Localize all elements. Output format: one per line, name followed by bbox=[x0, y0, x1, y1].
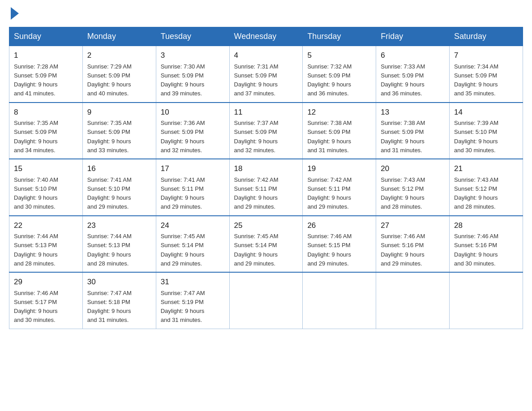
day-info: Sunrise: 7:34 AMSunset: 5:09 PMDaylight:… bbox=[454, 63, 498, 97]
calendar-cell: 5 Sunrise: 7:32 AMSunset: 5:09 PMDayligh… bbox=[303, 46, 376, 103]
day-info: Sunrise: 7:39 AMSunset: 5:10 PMDaylight:… bbox=[454, 120, 498, 154]
calendar-cell: 11 Sunrise: 7:37 AMSunset: 5:09 PMDaylig… bbox=[229, 103, 303, 159]
day-info: Sunrise: 7:47 AMSunset: 5:19 PMDaylight:… bbox=[161, 290, 205, 324]
calendar-cell bbox=[229, 272, 303, 329]
day-number: 16 bbox=[87, 163, 151, 175]
calendar-cell: 8 Sunrise: 7:35 AMSunset: 5:09 PMDayligh… bbox=[9, 103, 83, 159]
day-number: 4 bbox=[234, 50, 298, 61]
day-info: Sunrise: 7:43 AMSunset: 5:12 PMDaylight:… bbox=[454, 176, 498, 210]
column-header-sunday: Sunday bbox=[9, 27, 83, 46]
day-number: 3 bbox=[161, 50, 225, 61]
day-number: 28 bbox=[454, 220, 518, 231]
calendar-cell: 4 Sunrise: 7:31 AMSunset: 5:09 PMDayligh… bbox=[229, 46, 303, 103]
day-info: Sunrise: 7:46 AMSunset: 5:16 PMDaylight:… bbox=[454, 233, 498, 267]
day-info: Sunrise: 7:43 AMSunset: 5:12 PMDaylight:… bbox=[381, 176, 425, 210]
calendar-cell: 15 Sunrise: 7:40 AMSunset: 5:10 PMDaylig… bbox=[9, 159, 83, 216]
day-number: 11 bbox=[234, 107, 298, 118]
calendar-cell: 24 Sunrise: 7:45 AMSunset: 5:14 PMDaylig… bbox=[156, 216, 229, 273]
day-number: 18 bbox=[234, 163, 298, 175]
day-number: 7 bbox=[454, 50, 518, 61]
calendar-cell: 31 Sunrise: 7:47 AMSunset: 5:19 PMDaylig… bbox=[156, 272, 229, 329]
calendar-cell: 9 Sunrise: 7:35 AMSunset: 5:09 PMDayligh… bbox=[82, 103, 156, 159]
day-info: Sunrise: 7:46 AMSunset: 5:16 PMDaylight:… bbox=[381, 233, 425, 267]
day-info: Sunrise: 7:38 AMSunset: 5:09 PMDaylight:… bbox=[307, 120, 352, 154]
calendar-cell: 26 Sunrise: 7:46 AMSunset: 5:15 PMDaylig… bbox=[303, 216, 376, 273]
calendar-cell: 13 Sunrise: 7:38 AMSunset: 5:09 PMDaylig… bbox=[376, 103, 450, 159]
day-info: Sunrise: 7:42 AMSunset: 5:11 PMDaylight:… bbox=[307, 176, 352, 210]
column-header-tuesday: Tuesday bbox=[156, 27, 229, 46]
day-info: Sunrise: 7:35 AMSunset: 5:09 PMDaylight:… bbox=[87, 120, 132, 154]
day-info: Sunrise: 7:37 AMSunset: 5:09 PMDaylight:… bbox=[234, 120, 279, 154]
day-info: Sunrise: 7:35 AMSunset: 5:09 PMDaylight:… bbox=[14, 120, 58, 154]
day-number: 31 bbox=[161, 276, 225, 288]
day-number: 5 bbox=[307, 50, 371, 61]
day-number: 1 bbox=[14, 50, 78, 61]
calendar-cell: 21 Sunrise: 7:43 AMSunset: 5:12 PMDaylig… bbox=[450, 159, 523, 216]
calendar-cell bbox=[303, 272, 376, 329]
day-number: 22 bbox=[14, 220, 78, 231]
logo bbox=[9, 9, 19, 18]
day-info: Sunrise: 7:36 AMSunset: 5:09 PMDaylight:… bbox=[161, 120, 205, 154]
day-info: Sunrise: 7:45 AMSunset: 5:14 PMDaylight:… bbox=[161, 233, 205, 267]
calendar-cell: 2 Sunrise: 7:29 AMSunset: 5:09 PMDayligh… bbox=[82, 46, 156, 103]
calendar-cell: 10 Sunrise: 7:36 AMSunset: 5:09 PMDaylig… bbox=[156, 103, 229, 159]
column-header-thursday: Thursday bbox=[303, 27, 376, 46]
day-info: Sunrise: 7:40 AMSunset: 5:10 PMDaylight:… bbox=[14, 176, 58, 210]
day-number: 12 bbox=[307, 107, 371, 118]
calendar-cell: 23 Sunrise: 7:44 AMSunset: 5:13 PMDaylig… bbox=[82, 216, 156, 273]
column-header-monday: Monday bbox=[82, 27, 156, 46]
calendar-cell bbox=[450, 272, 523, 329]
day-number: 29 bbox=[14, 276, 78, 288]
day-number: 21 bbox=[454, 163, 518, 175]
calendar-cell: 27 Sunrise: 7:46 AMSunset: 5:16 PMDaylig… bbox=[376, 216, 450, 273]
column-header-saturday: Saturday bbox=[450, 27, 523, 46]
day-number: 15 bbox=[14, 163, 78, 175]
day-info: Sunrise: 7:32 AMSunset: 5:09 PMDaylight:… bbox=[307, 63, 352, 97]
day-info: Sunrise: 7:41 AMSunset: 5:11 PMDaylight:… bbox=[161, 176, 205, 210]
day-info: Sunrise: 7:31 AMSunset: 5:09 PMDaylight:… bbox=[234, 63, 279, 97]
day-info: Sunrise: 7:47 AMSunset: 5:18 PMDaylight:… bbox=[87, 290, 132, 324]
day-info: Sunrise: 7:41 AMSunset: 5:10 PMDaylight:… bbox=[87, 176, 132, 210]
calendar-cell: 28 Sunrise: 7:46 AMSunset: 5:16 PMDaylig… bbox=[450, 216, 523, 273]
day-number: 17 bbox=[161, 163, 225, 175]
day-number: 6 bbox=[381, 50, 445, 61]
calendar-cell: 22 Sunrise: 7:44 AMSunset: 5:13 PMDaylig… bbox=[9, 216, 83, 273]
day-number: 25 bbox=[234, 220, 298, 231]
day-info: Sunrise: 7:29 AMSunset: 5:09 PMDaylight:… bbox=[87, 63, 132, 97]
calendar-cell: 25 Sunrise: 7:45 AMSunset: 5:14 PMDaylig… bbox=[229, 216, 303, 273]
calendar-cell: 30 Sunrise: 7:47 AMSunset: 5:18 PMDaylig… bbox=[82, 272, 156, 329]
day-number: 20 bbox=[381, 163, 445, 175]
calendar-header-row: SundayMondayTuesdayWednesdayThursdayFrid… bbox=[9, 27, 523, 46]
day-number: 19 bbox=[307, 163, 371, 175]
day-info: Sunrise: 7:33 AMSunset: 5:09 PMDaylight:… bbox=[381, 63, 425, 97]
day-number: 24 bbox=[161, 220, 225, 231]
page-header bbox=[9, 9, 523, 18]
day-info: Sunrise: 7:46 AMSunset: 5:15 PMDaylight:… bbox=[307, 233, 352, 267]
day-number: 23 bbox=[87, 220, 151, 231]
day-info: Sunrise: 7:30 AMSunset: 5:09 PMDaylight:… bbox=[161, 63, 205, 97]
day-number: 13 bbox=[381, 107, 445, 118]
calendar-cell: 20 Sunrise: 7:43 AMSunset: 5:12 PMDaylig… bbox=[376, 159, 450, 216]
day-number: 14 bbox=[454, 107, 518, 118]
day-number: 27 bbox=[381, 220, 445, 231]
day-info: Sunrise: 7:38 AMSunset: 5:09 PMDaylight:… bbox=[381, 120, 425, 154]
day-number: 8 bbox=[14, 107, 78, 118]
column-header-wednesday: Wednesday bbox=[229, 27, 303, 46]
calendar-cell: 17 Sunrise: 7:41 AMSunset: 5:11 PMDaylig… bbox=[156, 159, 229, 216]
day-number: 9 bbox=[87, 107, 151, 118]
day-number: 30 bbox=[87, 276, 151, 288]
day-info: Sunrise: 7:44 AMSunset: 5:13 PMDaylight:… bbox=[14, 233, 58, 267]
day-info: Sunrise: 7:46 AMSunset: 5:17 PMDaylight:… bbox=[14, 290, 58, 324]
day-number: 10 bbox=[161, 107, 225, 118]
calendar-cell: 29 Sunrise: 7:46 AMSunset: 5:17 PMDaylig… bbox=[9, 272, 83, 329]
calendar-cell: 1 Sunrise: 7:28 AMSunset: 5:09 PMDayligh… bbox=[9, 46, 83, 103]
calendar-cell: 16 Sunrise: 7:41 AMSunset: 5:10 PMDaylig… bbox=[82, 159, 156, 216]
calendar-cell bbox=[376, 272, 450, 329]
calendar-cell: 12 Sunrise: 7:38 AMSunset: 5:09 PMDaylig… bbox=[303, 103, 376, 159]
calendar-cell: 19 Sunrise: 7:42 AMSunset: 5:11 PMDaylig… bbox=[303, 159, 376, 216]
calendar-cell: 18 Sunrise: 7:42 AMSunset: 5:11 PMDaylig… bbox=[229, 159, 303, 216]
calendar-cell: 3 Sunrise: 7:30 AMSunset: 5:09 PMDayligh… bbox=[156, 46, 229, 103]
calendar-table: SundayMondayTuesdayWednesdayThursdayFrid… bbox=[9, 27, 523, 329]
calendar-cell: 6 Sunrise: 7:33 AMSunset: 5:09 PMDayligh… bbox=[376, 46, 450, 103]
calendar-cell: 7 Sunrise: 7:34 AMSunset: 5:09 PMDayligh… bbox=[450, 46, 523, 103]
